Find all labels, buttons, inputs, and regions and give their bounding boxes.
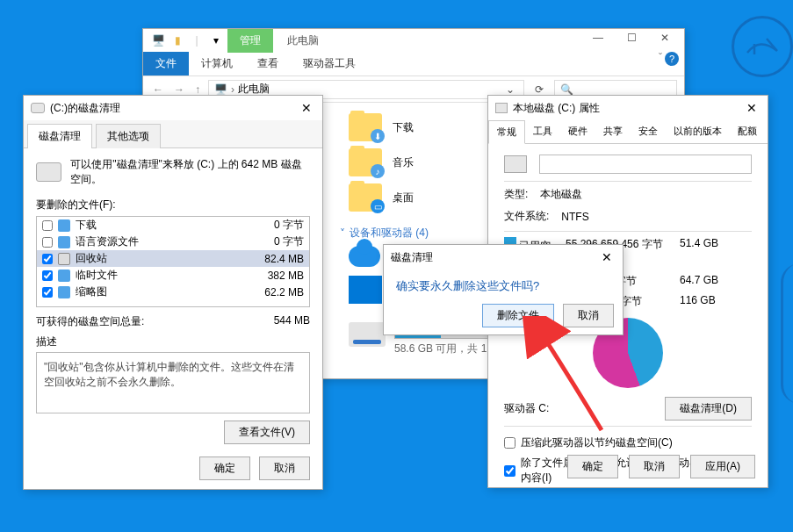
disk-icon bbox=[36, 162, 61, 182]
close-button[interactable]: ✕ bbox=[649, 32, 681, 49]
minimize-button[interactable]: — bbox=[582, 32, 614, 49]
checkbox[interactable] bbox=[42, 270, 53, 281]
list-item[interactable]: 语言资源文件0 字节 bbox=[37, 234, 309, 250]
apply-button[interactable]: 应用(A) bbox=[690, 455, 755, 478]
tab-hardware[interactable]: 硬件 bbox=[560, 120, 595, 143]
explorer-quick-access-toolbar: 🖥️ ▮ | ▾ 管理 此电脑 — ☐ ✕ bbox=[143, 29, 684, 52]
explorer-ribbon-tabs: 文件 计算机 查看 驱动器工具 ˇ ? bbox=[143, 52, 684, 76]
cleanup-footer: 确定 取消 bbox=[199, 457, 310, 480]
cleanup-intro-text: 可以使用"磁盘清理"来释放 (C:) 上的 642 MB 磁盘空间。 bbox=[70, 157, 310, 187]
ribbon-expand-icon[interactable]: ˇ bbox=[656, 52, 665, 75]
tab-previous[interactable]: 以前的版本 bbox=[666, 120, 730, 143]
tab-disk-cleanup[interactable]: 磁盘清理 bbox=[27, 124, 92, 148]
ok-button[interactable]: 确定 bbox=[199, 457, 250, 480]
dropdown-icon[interactable]: ▾ bbox=[208, 32, 224, 48]
total-value: 544 MB bbox=[274, 314, 310, 329]
type-label: 类型: bbox=[504, 187, 528, 202]
manage-tab[interactable]: 管理 bbox=[227, 29, 273, 53]
file-icon bbox=[58, 236, 70, 248]
tab-sharing[interactable]: 共享 bbox=[595, 120, 631, 143]
checkbox[interactable] bbox=[504, 437, 515, 449]
disk-cleanup-button[interactable]: 磁盘清理(D) bbox=[665, 397, 752, 421]
delete-files-button[interactable]: 删除文件 bbox=[482, 304, 554, 327]
file-list-label: 要删除的文件(F): bbox=[36, 198, 310, 212]
cleanup-tabs: 磁盘清理 其他选项 bbox=[24, 120, 322, 148]
help-icon[interactable]: ? bbox=[665, 52, 679, 66]
description-text: "回收站"包含你从计算机中删除的文件。这些文件在清空回收站之前不会永久删除。 bbox=[36, 352, 310, 413]
drive-icon bbox=[495, 103, 508, 113]
explorer-window-controls: — ☐ ✕ bbox=[582, 32, 681, 49]
folder-label: 桌面 bbox=[393, 191, 414, 205]
file-icon bbox=[58, 219, 70, 232]
checkbox[interactable] bbox=[42, 220, 53, 231]
type-value: 本地磁盘 bbox=[540, 187, 582, 202]
fs-label: 文件系统: bbox=[504, 209, 549, 224]
tab-security[interactable]: 安全 bbox=[631, 120, 666, 143]
downloads-folder-icon: ⬇ bbox=[349, 113, 382, 141]
cancel-button[interactable]: 取消 bbox=[629, 455, 680, 478]
tab-drive-tools[interactable]: 驱动器工具 bbox=[291, 52, 368, 75]
list-item[interactable]: 临时文件382 MB bbox=[37, 267, 309, 284]
folder-icon: ▮ bbox=[169, 32, 185, 48]
cloud-icon bbox=[349, 246, 380, 267]
tab-file[interactable]: 文件 bbox=[143, 52, 189, 75]
compress-checkbox-row[interactable]: 压缩此驱动器以节约磁盘空间(C) bbox=[504, 435, 752, 450]
close-button[interactable]: ✕ bbox=[298, 101, 315, 115]
maximize-button[interactable]: ☐ bbox=[616, 32, 647, 49]
tab-general[interactable]: 常规 bbox=[488, 120, 525, 144]
tab-computer[interactable]: 计算机 bbox=[189, 52, 245, 75]
pc-small-icon: 🖥️ bbox=[214, 83, 227, 96]
refresh-button[interactable]: ⟳ bbox=[530, 83, 549, 96]
cleanup-body: 可以使用"磁盘清理"来释放 (C:) 上的 642 MB 磁盘空间。 要删除的文… bbox=[24, 148, 322, 453]
confirm-title: 磁盘清理 bbox=[391, 250, 433, 265]
fs-value: NTFS bbox=[561, 211, 588, 223]
recycle-bin-icon bbox=[58, 253, 70, 265]
cap-gb: 116 GB bbox=[680, 294, 732, 309]
list-item[interactable]: 下载0 字节 bbox=[37, 217, 309, 234]
props-titlebar: 本地磁盘 (C:) 属性 ✕ bbox=[488, 96, 768, 120]
close-button[interactable]: ✕ bbox=[743, 101, 761, 115]
confirm-titlebar: 磁盘清理 ✕ bbox=[384, 245, 623, 270]
confirm-delete-dialog: 磁盘清理 ✕ 确实要永久删除这些文件吗? 删除文件 取消 bbox=[383, 244, 624, 335]
separator: | bbox=[189, 32, 205, 48]
props-tabs: 常规 工具 硬件 共享 安全 以前的版本 配额 bbox=[488, 120, 768, 144]
tab-other-options[interactable]: 其他选项 bbox=[96, 124, 161, 148]
list-item[interactable]: 缩略图62.2 MB bbox=[37, 284, 309, 300]
used-gb: 51.4 GB bbox=[680, 237, 732, 269]
chevron-down-icon: ˅ bbox=[340, 227, 345, 240]
nav-back-icon[interactable]: ← bbox=[150, 83, 166, 96]
cancel-button[interactable]: 取消 bbox=[563, 304, 614, 327]
checkbox[interactable] bbox=[42, 254, 53, 264]
nav-forward-icon[interactable]: → bbox=[171, 83, 187, 96]
checkbox[interactable] bbox=[42, 287, 53, 298]
cleanup-file-list[interactable]: 下载0 字节 语言资源文件0 字节 回收站82.4 MB 临时文件382 MB … bbox=[36, 216, 310, 307]
disk-icon bbox=[31, 103, 45, 113]
checkbox[interactable] bbox=[504, 465, 515, 477]
nav-up-icon[interactable]: ↑ bbox=[192, 83, 203, 96]
cleanup-title: (C:)的磁盘清理 bbox=[50, 101, 120, 116]
tab-quota[interactable]: 配额 bbox=[730, 120, 765, 143]
tab-view[interactable]: 查看 bbox=[245, 52, 291, 75]
drive-icon bbox=[349, 322, 386, 347]
address-dropdown-icon[interactable]: ⌄ bbox=[502, 83, 518, 96]
file-icon bbox=[58, 286, 70, 298]
checkbox[interactable] bbox=[42, 237, 53, 248]
file-icon bbox=[58, 270, 70, 282]
disk-cleanup-dialog: (C:)的磁盘清理 ✕ 磁盘清理 其他选项 可以使用"磁盘清理"来释放 (C:)… bbox=[23, 95, 323, 490]
breadcrumb-separator: › bbox=[231, 83, 234, 96]
total-label: 可获得的磁盘空间总量: bbox=[36, 314, 144, 329]
cleanup-titlebar: (C:)的磁盘清理 ✕ bbox=[24, 96, 322, 120]
cancel-button[interactable]: 取消 bbox=[259, 457, 310, 480]
props-title: 本地磁盘 (C:) 属性 bbox=[513, 101, 600, 116]
drive-label-input[interactable] bbox=[539, 155, 752, 174]
view-files-button[interactable]: 查看文件(V) bbox=[224, 421, 310, 444]
tab-tools[interactable]: 工具 bbox=[525, 120, 560, 143]
list-item[interactable]: 回收站82.4 MB bbox=[37, 250, 309, 267]
props-footer: 确定 取消 应用(A) bbox=[567, 455, 755, 478]
desktop-folder-icon: ▭ bbox=[349, 183, 382, 212]
watermark-circle bbox=[732, 16, 793, 77]
description-label: 描述 bbox=[36, 334, 310, 349]
close-button[interactable]: ✕ bbox=[598, 250, 616, 264]
ok-button[interactable]: 确定 bbox=[567, 455, 618, 478]
explorer-title: 此电脑 bbox=[287, 33, 319, 48]
